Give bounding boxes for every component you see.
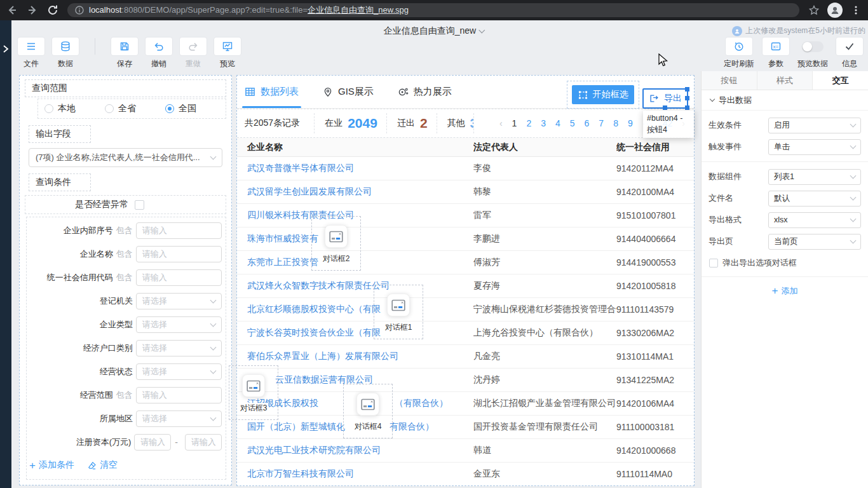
condition-control[interactable]: 请选择 [136, 340, 222, 356]
page-number[interactable]: 1 [512, 118, 517, 128]
page-number[interactable]: ‹ [499, 118, 503, 128]
page-number[interactable]: 4 [555, 118, 560, 128]
page-number[interactable]: 9 [628, 118, 633, 128]
selection-handle[interactable] [685, 96, 689, 100]
company-name-link[interactable]: 东莞市上正投资管 [247, 257, 318, 267]
page-number[interactable]: 6 [585, 118, 590, 128]
selection-handle[interactable] [663, 105, 667, 110]
condition-control[interactable]: 请选择 [136, 410, 222, 427]
company-name-link[interactable]: 宁波长谷英时投资合伙企业（有限 [247, 327, 381, 337]
preview-button[interactable]: 预览 [214, 37, 241, 69]
company-name-link[interactable]: 武汉光电工业技术研究院有限公司 [247, 445, 381, 455]
undo-button[interactable]: 撤销 [145, 37, 173, 69]
company-name-link[interactable]: 北京红杉顺德股权投资中心（有限 [247, 304, 381, 314]
address-bar[interactable]: localhost:8080/DEMO/app/SuperPage.app?:e… [67, 3, 799, 17]
section-collapse-icon[interactable] [710, 97, 715, 102]
scope-radio-option[interactable]: 全省 [105, 103, 136, 114]
bookmark-star-icon[interactable] [808, 4, 820, 16]
company-name-link-cont[interactable]: 有限合伙） [390, 421, 434, 431]
properties-tab[interactable]: 样式 [757, 71, 813, 90]
tab-heatmap[interactable]: 热力展示 [398, 76, 452, 108]
properties-tab[interactable]: 交互 [813, 71, 868, 90]
abnormal-checkbox[interactable] [135, 200, 144, 210]
radio-icon[interactable] [44, 104, 53, 113]
data-button[interactable]: 数据 [51, 37, 79, 69]
dialog-window-icon[interactable] [356, 393, 379, 416]
chevron-down-icon [850, 238, 857, 244]
save-button[interactable]: 保存 [111, 37, 139, 69]
dialog-widget[interactable]: 对话框4 [343, 384, 393, 438]
browser-profile-avatar[interactable] [827, 3, 843, 18]
preview-data-toggle[interactable]: 预览数据 [797, 37, 829, 69]
condition-control[interactable]: 请输入 [136, 387, 222, 403]
redo-button[interactable]: 重做 [179, 37, 207, 69]
properties-tab[interactable]: 按钮 [702, 71, 757, 90]
capital-max-input[interactable]: 请输入 [185, 434, 222, 451]
company-name-link[interactable]: 武汉留学生创业园发展有限公司 [247, 186, 372, 196]
dialog-widget[interactable]: 对话框1 [374, 285, 423, 339]
selection-handle[interactable] [685, 87, 689, 92]
scope-radio-option[interactable]: 本地 [44, 103, 76, 114]
document-title[interactable]: 企业信息自由查询_new [384, 25, 484, 37]
radio-icon[interactable] [105, 104, 114, 113]
selection-handle[interactable] [685, 105, 689, 110]
chevron-down-icon [850, 216, 857, 222]
property-select[interactable]: 列表1 [768, 169, 861, 185]
company-name-link[interactable]: 北京市万智生科技有限公司 [247, 468, 354, 478]
popup-option-checkbox[interactable] [709, 259, 718, 268]
dialog-window-icon[interactable] [242, 374, 265, 397]
scope-radio-option[interactable]: 全国 [165, 103, 196, 114]
output-fields-select[interactable]: (7项) 企业名称,法定代表人,统一社会信用代... [29, 148, 222, 167]
export-button[interactable]: 导出 [642, 88, 688, 109]
expand-chevron-icon[interactable] [2, 44, 10, 53]
company-name-link[interactable]: 武汉烽火众智数字技术有限责任公司 [247, 280, 390, 290]
file-button[interactable]: 文件 [17, 37, 45, 69]
capital-min-input[interactable]: 请输入 [134, 434, 171, 451]
condition-control[interactable]: 请输入 [136, 269, 222, 286]
page-number[interactable]: 5 [570, 118, 575, 128]
tab-gis[interactable]: GIS展示 [323, 76, 374, 108]
property-select[interactable]: xlsx [768, 212, 861, 228]
forward-icon[interactable] [27, 4, 38, 16]
timed-refresh-icon [733, 41, 745, 52]
page-number[interactable]: 2 [526, 118, 531, 128]
dialog-window-icon[interactable] [325, 225, 348, 248]
company-name-link[interactable]: 国开（北京）新型城镇化 [247, 421, 345, 431]
info-button[interactable]: 信息 [834, 37, 865, 69]
page-info-icon[interactable] [75, 6, 84, 15]
add-interaction-button[interactable]: + 添加 [702, 276, 868, 304]
reload-icon[interactable] [47, 4, 58, 16]
condition-control[interactable]: 请输入 [136, 222, 222, 239]
dialog-widget[interactable]: 对话框3 [229, 365, 278, 420]
start-marquee-button[interactable]: 开始框选 [572, 85, 634, 104]
dialog-window-icon[interactable] [387, 294, 410, 316]
add-condition-button[interactable]: +添加条件 [29, 459, 74, 471]
condition-control[interactable]: 请输入 [136, 246, 222, 262]
company-name-link[interactable]: 珠海市恒威投资有 [247, 233, 318, 243]
property-select[interactable]: 启用 [768, 118, 861, 133]
collapse-side-strip[interactable] [0, 20, 11, 488]
browser-menu-icon[interactable] [850, 4, 862, 16]
export-data-section-header[interactable]: 导出数据 [702, 90, 868, 111]
tab-data-list[interactable]: 数据列表 [245, 76, 299, 108]
page-number[interactable]: 3 [541, 118, 546, 128]
company-name-link[interactable]: 赛伯乐众界置业（上海）发展有限公司 [247, 351, 398, 361]
title-dropdown-icon[interactable] [479, 27, 485, 33]
company-name-link[interactable]: 武汉奇普微半导体有限公司 [247, 163, 354, 173]
toggle-off-icon[interactable] [802, 41, 824, 52]
radio-icon[interactable] [165, 104, 174, 113]
params-button[interactable]: x= 参数 [760, 37, 792, 69]
clear-button[interactable]: 清空 [87, 459, 118, 471]
back-icon[interactable] [6, 4, 18, 16]
condition-control[interactable]: 请选择 [136, 293, 222, 309]
company-name-link-cont[interactable]: （有限合伙） [395, 398, 448, 408]
timed-refresh-button[interactable]: 定时刷新 [723, 37, 755, 69]
condition-control[interactable]: 请选择 [136, 363, 222, 380]
property-select[interactable]: 当前页 [768, 234, 861, 250]
page-number[interactable]: 7 [599, 118, 604, 128]
property-select[interactable]: 单击 [768, 139, 861, 155]
page-number[interactable]: 8 [613, 118, 618, 128]
property-select[interactable]: 默认 [768, 191, 861, 207]
condition-control[interactable]: 请选择 [136, 316, 222, 333]
dialog-widget[interactable]: 对话框2 [311, 216, 361, 271]
